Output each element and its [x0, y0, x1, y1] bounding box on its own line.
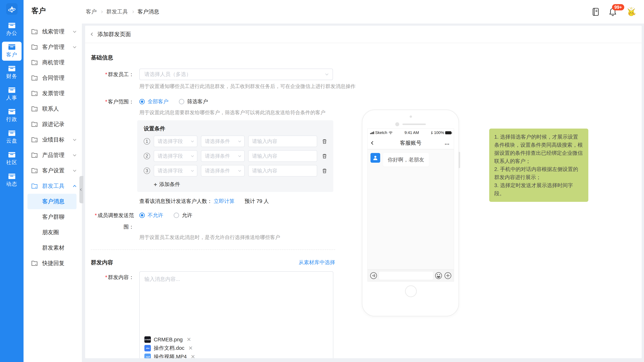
notebook-icon[interactable]: [592, 8, 599, 16]
breadcrumb-item[interactable]: 群发工具: [106, 8, 128, 16]
radio-allow[interactable]: 允许: [174, 212, 192, 219]
remove-attachment-icon[interactable]: ✕: [186, 337, 191, 342]
phone-preview: Sketch 9:41 AM 100% 客服账号 …: [362, 110, 459, 316]
condition-value-input[interactable]: [248, 136, 317, 147]
back-button[interactable]: [91, 33, 94, 35]
rail-item-community[interactable]: 社区: [2, 150, 22, 168]
material-library-link[interactable]: 从素材库中选择: [299, 259, 335, 266]
rail-item-finance[interactable]: 财务: [2, 63, 22, 82]
rail-item-admin[interactable]: 行政: [2, 106, 22, 125]
scope-options: 全部客户 筛选客户: [139, 96, 208, 108]
delete-condition-button[interactable]: [322, 153, 327, 159]
attachment-name: 操作文档.doc: [154, 344, 184, 352]
radio-all-customers[interactable]: 全部客户: [139, 98, 168, 105]
radio-deny[interactable]: 不允许: [139, 212, 163, 219]
condition-row: 2 请选择字段 请选择条件: [144, 150, 327, 162]
briefcase-icon: [8, 88, 15, 93]
sidebar-subitem-label: 群发素材: [42, 244, 64, 252]
sidebar-item-mass-tools[interactable]: 群发工具: [24, 178, 82, 194]
emoji-icon[interactable]: [435, 272, 442, 280]
condition-operator-select[interactable]: 请选择条件: [201, 150, 244, 162]
phone-more-icon[interactable]: …: [444, 140, 450, 146]
sidebar-collapse-handle[interactable]: [80, 176, 83, 203]
delete-condition-button[interactable]: [322, 138, 327, 144]
logo-a-icon: A: [7, 4, 16, 14]
trash-icon: [322, 138, 327, 144]
phone-message-input[interactable]: [379, 272, 433, 280]
condition-field-select[interactable]: 请选择字段: [154, 165, 197, 176]
sidebar-subitem-mass-material[interactable]: 群发素材: [24, 240, 82, 256]
sidebar-item-customers[interactable]: 客户管理: [24, 39, 82, 55]
sidebar-item-targets[interactable]: 业绩目标: [24, 132, 82, 148]
phone-speaker: [362, 122, 458, 126]
remove-attachment-icon[interactable]: ✕: [188, 346, 193, 351]
notification-badge: 99+: [612, 4, 624, 10]
conditions-panel: 设置条件 1 请选择字段 请选择条件 2 请选择字段 请选择条件: [137, 120, 333, 192]
attachment-name: CRMEB.png: [154, 337, 183, 342]
radio-label: 不允许: [148, 212, 163, 219]
scope-label: *客户范围：: [91, 96, 134, 108]
condition-value-input[interactable]: [248, 165, 317, 176]
doc-file-icon: .doc: [144, 345, 151, 352]
rail-item-customer[interactable]: 客户: [2, 42, 22, 61]
condition-field-select[interactable]: 请选择字段: [154, 136, 197, 147]
chevron-left-icon: [80, 188, 82, 191]
chevron-down-icon: [73, 45, 76, 48]
radio-dot: [139, 212, 145, 218]
sidebar-subitem-customer-groupchat[interactable]: 客户群聊: [24, 209, 82, 225]
sidebar-item-label: 业绩目标: [42, 136, 64, 144]
sidebar-item-invoices[interactable]: 发票管理: [24, 86, 82, 101]
condition-row: 3 请选择字段 请选择条件: [144, 165, 327, 176]
sidebar-item-settings[interactable]: 客户设置: [24, 163, 82, 178]
sidebar-item-opportunities[interactable]: 商机管理: [24, 55, 82, 70]
sidebar-item-followups[interactable]: 跟进记录: [24, 116, 82, 132]
content-placeholder: 输入消息内容...: [144, 276, 328, 283]
sidebar-item-products[interactable]: 产品管理: [24, 148, 82, 163]
add-condition-button[interactable]: + 添加条件: [154, 181, 327, 188]
breadcrumb-item[interactable]: 客户: [86, 8, 96, 16]
sidebar-item-contracts[interactable]: 合同管理: [24, 70, 82, 86]
sidebar-subitem-moments[interactable]: 朋友圈: [24, 225, 82, 240]
plus-circle-icon[interactable]: [444, 272, 452, 280]
voice-icon[interactable]: [370, 272, 377, 280]
radio-filter-customers[interactable]: 筛选客户: [179, 98, 208, 105]
delete-condition-button[interactable]: [322, 168, 327, 174]
condition-number: 1: [144, 138, 150, 144]
sidebar-item-leads[interactable]: 线索管理: [24, 24, 82, 39]
rail-item-office[interactable]: 办公: [2, 20, 22, 39]
condition-operator-select[interactable]: 请选择条件: [201, 136, 244, 147]
app-logo[interactable]: A: [6, 3, 18, 15]
condition-operator-select[interactable]: 请选择条件: [201, 165, 244, 176]
rail-item-hr[interactable]: 人事: [2, 85, 22, 104]
notifications-button[interactable]: 99+: [609, 8, 617, 16]
service-avatar: [370, 153, 380, 163]
phone-nav-title: 客服账号: [377, 139, 444, 147]
sidebar-subitem-label: 客户群聊: [42, 213, 64, 221]
rail-item-label: 客户: [6, 51, 18, 58]
sidebar-item-quick-reply[interactable]: 快捷回复: [24, 256, 82, 271]
message-content-box[interactable]: 输入消息内容... crmeb CRMEB.png ✕ .doc 操作文档.do…: [139, 271, 333, 358]
sidebar-item-label: 群发工具: [42, 182, 64, 190]
folder-icon: [32, 183, 38, 189]
rail-item-dynamics[interactable]: 动态: [2, 171, 22, 190]
calc-now-link[interactable]: 立即计算: [214, 198, 234, 205]
condition-value-input[interactable]: [248, 150, 317, 162]
phone-home-button: [405, 285, 417, 297]
member-options: 不允许 允许: [139, 210, 192, 221]
staff-select[interactable]: 请选择人员（多选）: [139, 68, 333, 80]
main-column: 客户 群发工具 客户消息 99+: [82, 0, 644, 362]
sidebar-item-label: 合同管理: [42, 74, 64, 82]
folder-icon: [32, 260, 38, 266]
user-avatar[interactable]: [626, 7, 636, 17]
phone-back-icon[interactable]: [372, 142, 377, 144]
sidebar-subitem-customer-message[interactable]: 客户消息: [28, 194, 76, 209]
sidebar-item-contacts[interactable]: 联系人: [24, 101, 82, 116]
remove-attachment-icon[interactable]: ✕: [191, 354, 195, 358]
condition-field-select[interactable]: 请选择字段: [154, 150, 197, 162]
folder-icon: [32, 44, 38, 50]
member-label: *成员调整发送范围：: [91, 210, 134, 232]
rail-item-cloud[interactable]: 云盘: [2, 128, 22, 147]
sidebar-item-label: 商机管理: [42, 59, 64, 66]
folder-icon: [32, 75, 38, 80]
briefcase-icon: [8, 130, 15, 136]
